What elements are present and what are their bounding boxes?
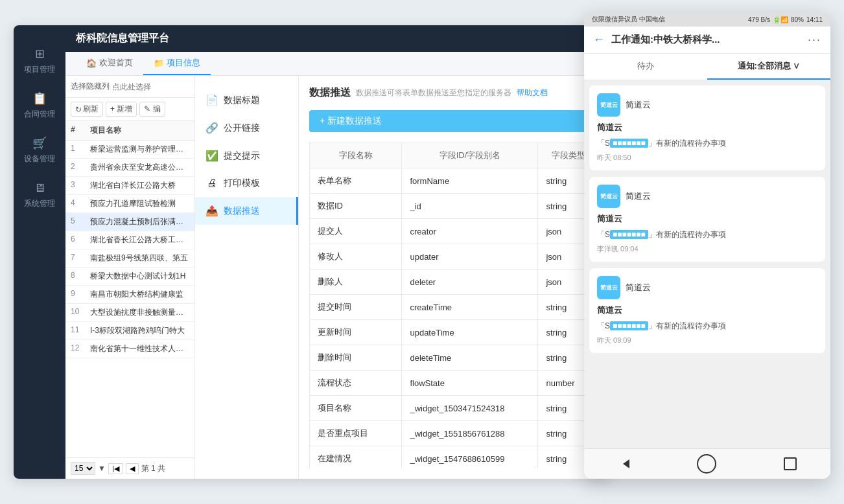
table-row: 提交人 creator json: [310, 219, 600, 244]
project-row[interactable]: 5 预应力混凝土预制后张满文架: [65, 213, 194, 231]
filter-label: 选择隐藏列: [71, 81, 110, 92]
menu-item-public-link[interactable]: 🔗 公开链接: [195, 114, 298, 142]
sidebar: ⊞ 项目管理 📋 合同管理 🛒 设备管理 🖥 系统管理: [14, 25, 65, 479]
first-page-button[interactable]: |◀: [108, 463, 123, 474]
sidebar-item-label-contract: 合同管理: [24, 109, 55, 120]
page-size-select[interactable]: 15: [71, 462, 95, 475]
action-bar: ↻ 刷新 + 新增 ✎ 编: [65, 98, 194, 121]
refresh-button[interactable]: ↻ 刷新: [71, 102, 103, 117]
menu-item-label: 数据推送: [224, 205, 260, 217]
menu-item-print-template[interactable]: 🖨 打印模板: [195, 170, 298, 197]
menu-item-data-title[interactable]: 📄 数据标题: [195, 86, 298, 114]
msg-time: 李洋凯 09:04: [597, 244, 817, 254]
mobile-nav-bar: [584, 448, 830, 479]
tabs-bar: 🏠 欢迎首页 📁 项目信息: [65, 52, 610, 76]
table-row: 删除人 deleter json: [310, 269, 600, 295]
edit-button[interactable]: ✎ 编: [139, 102, 165, 117]
table-row: 流程状态 flowState number: [310, 371, 600, 396]
sidebar-item-system[interactable]: 🖥 系统管理: [14, 172, 65, 217]
data-panel-header: 数据推送 数据推送可将表单数据推送至您指定的服务器 帮助文档: [309, 86, 600, 100]
sender-name: 简道云: [626, 99, 651, 111]
msg-sender: 简道云 简道云: [597, 93, 817, 117]
mobile-tab-notification[interactable]: 通知:全部消息 ∨: [707, 54, 830, 80]
sender-name: 简道云: [626, 190, 651, 202]
mobile-status-bar: 仅限微信异议员 中国电信 479 B/s 🔋📶 80% 14:11: [584, 12, 830, 27]
sidebar-item-contract[interactable]: 📋 合同管理: [14, 83, 65, 128]
avatar: 简道云: [597, 93, 620, 117]
menu-item-submit-hint[interactable]: ✅ 提交提示: [195, 142, 298, 170]
sidebar-item-label-project: 项目管理: [24, 64, 55, 75]
project-row[interactable]: 4 预应力孔道摩阻试验检测: [65, 195, 194, 213]
msg-body: 「S■■■■■■■」有新的流程待办事项: [597, 137, 817, 149]
status-speed: 479 B/s: [748, 16, 770, 23]
new-data-push-button[interactable]: + 新建数据推送: [309, 110, 600, 132]
msg-content: 简道云: [597, 213, 817, 225]
content-area: 选择隐藏列 ↻ 刷新 + 新增 ✎ 编: [65, 76, 610, 479]
menu-item-data-push[interactable]: 📤 数据推送: [195, 197, 298, 225]
home-nav-icon[interactable]: [697, 454, 716, 474]
app-title: 桥科院信息管理平台: [76, 32, 169, 43]
prev-page-button[interactable]: ◀: [126, 463, 139, 474]
data-push-panel: 数据推送 数据推送可将表单数据推送至您指定的服务器 帮助文档 + 新建数据推送 …: [299, 76, 610, 479]
msg-sender: 简道云 简道云: [597, 276, 817, 299]
table-row: 修改人 updater json: [310, 244, 600, 269]
project-list: 1 桥梁运营监测与养护管理系统 2 贵州省余庆至安龙高速公路工 3 湖北省白洋长…: [65, 141, 194, 457]
filter-input[interactable]: [112, 82, 189, 91]
data-title-icon: 📄: [205, 94, 218, 106]
table-row: 更新时间 updateTime string: [310, 320, 600, 345]
back-button[interactable]: ←: [593, 33, 605, 47]
project-row[interactable]: 1 桥梁运营监测与养护管理系统: [65, 141, 194, 159]
mobile-panel: 仅限微信异议员 中国电信 479 B/s 🔋📶 80% 14:11 ← 工作通知…: [584, 12, 830, 479]
project-row[interactable]: 12 南化省第十一维性技术人可班场: [65, 340, 194, 358]
project-row[interactable]: 8 桥梁大数据中心测试计划1H: [65, 268, 194, 286]
status-icons: 🔋📶: [773, 16, 788, 23]
page-info: 第 1 共: [141, 463, 165, 474]
project-row[interactable]: 6 湖北省香长江公路大桥工程主: [65, 231, 194, 249]
app-title-bar: 桥科院信息管理平台: [65, 25, 610, 52]
project-row[interactable]: 7 南盐极组9号线第四联、第五: [65, 249, 194, 268]
tab-project-info-label: 项目信息: [167, 57, 200, 69]
table-row: 提交时间 createTime string: [310, 295, 600, 320]
new-button[interactable]: + 新增: [106, 102, 137, 117]
project-row[interactable]: 2 贵州省余庆至安龙高速公路工: [65, 159, 194, 177]
data-panel-desc: 数据推送可将表单数据推送至您指定的服务器: [356, 87, 511, 98]
tab-home[interactable]: 🏠 欢迎首页: [76, 52, 143, 75]
filter-row: 选择隐藏列: [65, 76, 194, 98]
menu-item-label: 提交提示: [224, 150, 260, 162]
sidebar-item-project[interactable]: ⊞ 项目管理: [14, 38, 65, 83]
table-row: 是否重点项目 _widget_1551856761288 string: [310, 421, 600, 446]
table-row: 删除时间 deleteTime string: [310, 345, 600, 371]
menu-item-label: 数据标题: [224, 95, 260, 106]
help-link[interactable]: 帮助文档: [517, 87, 548, 98]
mobile-tab-todo[interactable]: 待办: [584, 54, 707, 80]
status-battery: 80%: [791, 16, 804, 23]
more-button[interactable]: ···: [808, 33, 821, 47]
recents-nav-icon[interactable]: [784, 457, 797, 470]
highlight-text: ■■■■■■■: [610, 139, 648, 148]
mobile-tabs: 待办 通知:全部消息 ∨: [584, 54, 830, 80]
table-row: 表单名称 formName string: [310, 168, 600, 194]
tab-home-label: 欢迎首页: [99, 57, 133, 69]
main-app-window: ⊞ 项目管理 📋 合同管理 🛒 设备管理 🖥 系统管理 桥科院信息管理平台: [14, 25, 610, 479]
sidebar-item-equipment[interactable]: 🛒 设备管理: [14, 128, 65, 172]
project-icon: ⊞: [32, 46, 47, 62]
highlight-text: ■■■■■■■: [610, 321, 648, 330]
project-row[interactable]: 3 湖北省白洋长江公路大桥: [65, 177, 194, 195]
project-row[interactable]: 10 大型设施抗度非接触测量仪-C: [65, 304, 194, 322]
tab-project-info[interactable]: 📁 项目信息: [143, 52, 211, 75]
print-template-icon: 🖨: [205, 178, 218, 189]
message-card: 简道云 简道云 简道云 「S■■■■■■■」有新的流程待办事项 昨天 08:50: [589, 86, 825, 170]
mobile-messages: 简道云 简道云 简道云 「S■■■■■■■」有新的流程待办事项 昨天 08:50…: [584, 80, 830, 448]
msg-content: 简道云: [597, 304, 817, 316]
col-header-name: 字段名称: [310, 143, 402, 168]
back-nav-icon[interactable]: [618, 459, 629, 468]
data-push-icon: 📤: [205, 205, 218, 217]
project-row[interactable]: 9 南昌市朝阳大桥结构健康监: [65, 286, 194, 304]
msg-time: 昨天 09:09: [597, 336, 817, 345]
mobile-header: ← 工作通知:中铁大桥科学... ···: [584, 27, 830, 54]
menu-item-label: 公开链接: [224, 122, 260, 134]
msg-time: 昨天 08:50: [597, 153, 817, 163]
message-card: 简道云 简道云 简道云 「S■■■■■■■」有新的流程待办事项 昨天 09:09: [589, 268, 825, 353]
project-row[interactable]: 11 I-3标段双湖路跨鸡呜门特大: [65, 322, 194, 340]
status-right: 479 B/s 🔋📶 80% 14:11: [748, 16, 823, 23]
